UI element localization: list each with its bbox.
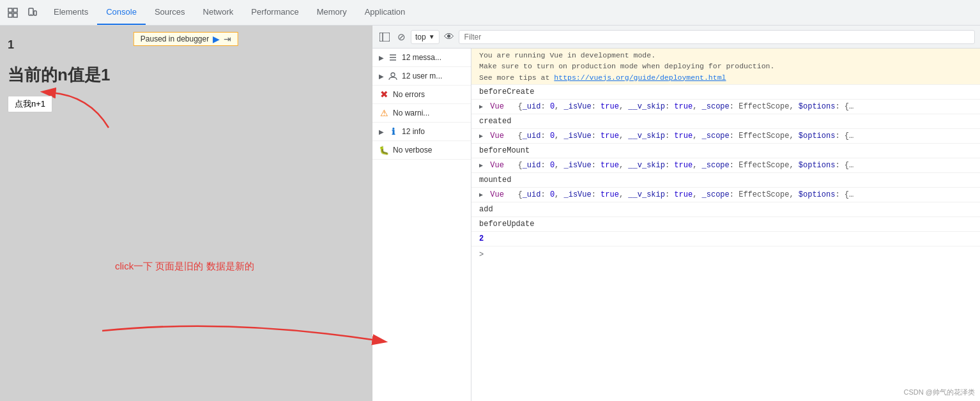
arrow-annotation-2	[102, 312, 390, 363]
vue-docs-link[interactable]: https://vuejs.org/guide/deployment.html	[554, 73, 726, 82]
context-label: top	[415, 33, 426, 42]
console-output: You are running Vue in development mode.…	[471, 49, 980, 401]
filter-info[interactable]: ▶ ℹ 12 info	[372, 123, 471, 141]
tab-memory[interactable]: Memory	[308, 0, 356, 25]
filter-warnings[interactable]: ⚠ No warni...	[372, 104, 471, 123]
console-number-2: 2	[471, 232, 980, 246]
page-counter: 1	[8, 38, 14, 52]
vue-keyword: Vue	[490, 190, 504, 199]
page-title: 当前的n值是1	[8, 64, 110, 86]
filter-errors-label: No errors	[393, 90, 425, 99]
devtools-panel: ⊘ top ▼ 👁 ▶ 12 messa...	[372, 26, 980, 401]
tab-application[interactable]: Application	[356, 0, 415, 25]
svg-rect-0	[8, 8, 12, 12]
filter-verbose[interactable]: 🐛 No verbose	[372, 141, 471, 160]
console-lifecycle-created: created	[471, 114, 980, 129]
svg-rect-9	[379, 33, 390, 42]
expand-triangle[interactable]: ▶	[479, 133, 483, 140]
tab-network[interactable]: Network	[194, 0, 243, 25]
paused-debugger-banner: Paused in debugger ▶ ⇥	[134, 32, 238, 46]
expand-icon: ▶	[379, 54, 384, 61]
expand-triangle[interactable]: ▶	[479, 162, 483, 169]
console-prompt[interactable]: >	[471, 246, 980, 263]
warning-icon: ⚠	[379, 108, 389, 118]
prompt-arrow: >	[479, 250, 484, 259]
vue-keyword: Vue	[490, 102, 504, 111]
main-content: Paused in debugger ▶ ⇥ 1 当前的n值是1 点我n+1 c…	[0, 26, 980, 401]
svg-rect-3	[13, 13, 17, 17]
devtools-tabs-bar: Elements Console Sources Network Perform…	[0, 0, 980, 26]
tab-performance[interactable]: Performance	[242, 0, 307, 25]
webpage-panel: Paused in debugger ▶ ⇥ 1 当前的n值是1 点我n+1 c…	[0, 26, 372, 401]
context-selector[interactable]: top ▼	[411, 30, 440, 44]
console-lifecycle-beforeMount: beforeMount	[471, 144, 980, 158]
arrow-annotation-1	[0, 45, 141, 140]
device-toolbar-icon[interactable]	[24, 5, 40, 20]
tab-console[interactable]: Console	[97, 0, 146, 25]
svg-rect-5	[34, 11, 36, 15]
expand-triangle[interactable]: ▶	[479, 192, 483, 199]
live-expressions-icon[interactable]: 👁	[442, 30, 456, 44]
step-over-icon[interactable]: ⇥	[224, 34, 231, 44]
console-lifecycle-mounted: mounted	[471, 173, 980, 188]
increment-button[interactable]: 点我n+1	[8, 96, 52, 112]
console-lifecycle-beforeCreate: beforeCreate	[471, 85, 980, 100]
expand-icon: ▶	[379, 128, 384, 135]
svg-point-6	[31, 13, 32, 15]
filter-warnings-label: No warni...	[393, 109, 429, 117]
watermark: CSDN @帅气的花泽类	[904, 388, 975, 397]
context-dropdown-icon: ▼	[429, 33, 435, 40]
console-vue-obj-1[interactable]: ▶ Vue {_uid: 0, _isVue: true, __v_skip: …	[471, 100, 980, 114]
inspect-element-icon[interactable]	[5, 5, 20, 20]
resume-icon[interactable]: ▶	[213, 34, 220, 44]
filter-messages-label: 12 messa...	[402, 53, 441, 62]
console-lifecycle-beforeUpdate: beforeUpdate	[471, 217, 980, 232]
console-vue-obj-2[interactable]: ▶ Vue {_uid: 0, _isVue: true, __v_skip: …	[471, 129, 980, 144]
user-icon	[388, 71, 398, 81]
filter-verbose-label: No verbose	[393, 146, 432, 155]
console-toolbar: ⊘ top ▼ 👁	[372, 26, 980, 49]
tab-elements[interactable]: Elements	[45, 0, 97, 25]
tab-sources[interactable]: Sources	[146, 0, 194, 25]
filter-info-label: 12 info	[402, 127, 425, 136]
filter-errors[interactable]: ✖ No errors	[372, 86, 471, 104]
clear-console-icon[interactable]: ⊘	[394, 30, 408, 44]
devtools-icon-group	[0, 5, 45, 20]
expand-icon: ▶	[379, 73, 384, 80]
list-icon	[388, 52, 398, 63]
filter-user-label: 12 user m...	[402, 72, 442, 80]
info-icon: ℹ	[388, 126, 398, 137]
filter-messages[interactable]: ▶ 12 messa...	[372, 49, 471, 67]
vue-keyword: Vue	[490, 161, 504, 170]
error-icon: ✖	[379, 89, 389, 100]
console-lifecycle-add: add	[471, 202, 980, 217]
tabs-container: Elements Console Sources Network Perform…	[45, 0, 980, 25]
vue-keyword: Vue	[490, 132, 504, 140]
console-vue-msg-1: You are running Vue in development mode.…	[471, 49, 980, 85]
filter-user-messages[interactable]: ▶ 12 user m...	[372, 67, 471, 86]
console-body: ▶ 12 messa... ▶ 12 user m... ✖	[372, 49, 980, 401]
sidebar-toggle-icon[interactable]	[378, 30, 392, 44]
annotation-text: click一下 页面是旧的 数据是新的	[115, 261, 254, 273]
number-value: 2	[479, 234, 484, 243]
paused-text: Paused in debugger	[141, 34, 209, 43]
console-filter-input[interactable]	[459, 30, 975, 44]
svg-point-14	[391, 73, 395, 77]
svg-rect-2	[8, 13, 12, 17]
expand-triangle[interactable]: ▶	[479, 103, 483, 110]
message-filters-sidebar: ▶ 12 messa... ▶ 12 user m... ✖	[372, 49, 471, 401]
console-vue-obj-3[interactable]: ▶ Vue {_uid: 0, _isVue: true, __v_skip: …	[471, 158, 980, 173]
console-vue-obj-4[interactable]: ▶ Vue {_uid: 0, _isVue: true, __v_skip: …	[471, 188, 980, 202]
verbose-icon: 🐛	[379, 145, 389, 155]
svg-rect-1	[13, 8, 17, 12]
